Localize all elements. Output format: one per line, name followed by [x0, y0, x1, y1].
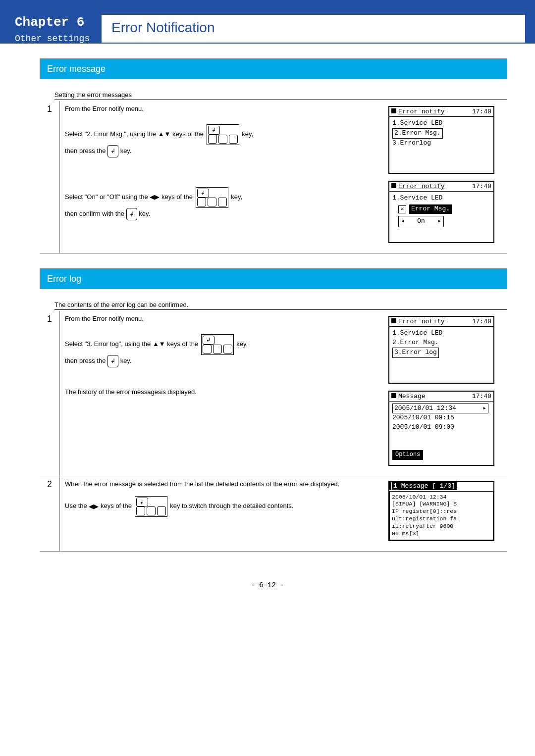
caption-error-log: The contents of the error log can be con…: [54, 301, 507, 310]
lcd-popup-title: Error Msg.: [409, 204, 452, 214]
lcd-screen-message-list: Message17:40 2005/10/01 12:34 ▸ 2005/10/…: [388, 391, 494, 466]
enter-key-icon: ↲: [107, 145, 118, 157]
lcd-time: 17:40: [472, 183, 491, 190]
navigation-key-icon: ↲: [196, 187, 228, 208]
lcd-screen-error-notify-menu: Error notify17:40 1.Service LED 2.Error …: [388, 106, 494, 174]
chapter-number: Chapter 6: [15, 15, 102, 30]
instruction-text: Select "3. Error log", using the: [65, 340, 153, 348]
lcd-time: 17:40: [472, 393, 491, 400]
lcd-time: 17:40: [472, 108, 491, 115]
navigation-key-icon: ↲: [135, 496, 167, 517]
page-title: Error Notification: [111, 20, 515, 36]
instruction-text: key.: [120, 147, 132, 154]
lcd-title: Error notify: [398, 108, 445, 115]
lcd-menu-item-selected: 3.Error log: [392, 348, 439, 358]
navigation-key-icon: ↲: [207, 124, 239, 145]
step-number: 2: [40, 476, 60, 552]
lcd-menu-item: 1.Service LED: [392, 194, 490, 203]
section-heading-error-log: Error log: [40, 268, 507, 289]
section-heading-error-message: Error message: [40, 58, 507, 79]
instruction-text: keys of the: [172, 130, 205, 138]
chapter-subtitle: Other settings: [15, 34, 102, 44]
lcd-menu-item-selected: 2.Error Msg.: [392, 128, 443, 139]
lcd-menu-item: 1.Service LED: [392, 329, 490, 338]
instruction-text: then press the: [65, 357, 107, 364]
step-number: 1: [40, 311, 60, 476]
info-icon: i: [391, 482, 399, 490]
instruction-text: keys of the: [161, 193, 194, 201]
lcd-title: Message: [398, 393, 426, 400]
instruction-text: key,: [236, 340, 248, 348]
instruction-text: keys of the: [167, 340, 200, 348]
instruction-text: Use the: [65, 503, 89, 510]
instruction-text: From the Error notify menu,: [65, 104, 378, 114]
instruction-text: key,: [231, 193, 242, 201]
lcd-screen-error-notify-menu: Error notify17:40 1.Service LED 2.Error …: [388, 316, 494, 384]
lcd-options-softkey: Options: [392, 450, 423, 459]
left-right-arrow-icon: ◀▶: [150, 192, 160, 202]
instruction-text: keys of the: [101, 503, 133, 510]
lcd-message-body: 2005/10/01 12:34 [SIPUA] [WARNING] S IP …: [389, 491, 493, 541]
close-icon: ✕: [398, 205, 406, 213]
lcd-page-indicator: [ 1/3]: [432, 482, 455, 490]
caption-setting-error-messages: Setting the error messages: [54, 91, 507, 100]
lcd-screen-error-msg-setting: Error notify17:40 1.Service LED ✕ Error …: [388, 181, 494, 244]
enter-key-icon: ↲: [107, 355, 118, 367]
instruction-text: then press the: [65, 147, 107, 154]
page-number: - 6-12 -: [0, 581, 535, 589]
lcd-title: Error notify: [398, 183, 445, 190]
instruction-text: When the error message is selected from …: [65, 479, 378, 490]
instruction-text: key,: [242, 130, 253, 138]
lcd-screen-message-detail: iMessage [ 1/3] 2005/10/01 12:34 [SIPUA]…: [388, 481, 494, 542]
lcd-time: 17:40: [472, 318, 491, 325]
instruction-text: key to switch through the detailed conte…: [170, 503, 293, 510]
enter-key-icon: ↲: [126, 208, 137, 220]
lcd-onoff-selector: ◂On▸: [398, 216, 444, 227]
step-number: 1: [40, 101, 60, 253]
lcd-menu-item: 1.Service LED: [392, 119, 490, 128]
left-right-arrow-icon: ◀▶: [89, 502, 99, 512]
up-down-arrow-icon: ▲▼: [158, 129, 171, 140]
instruction-text: Select "On" or "Off" using the: [65, 193, 150, 201]
instruction-text: key.: [139, 210, 150, 217]
lcd-list-item: 2005/10/01 09:15: [392, 413, 490, 423]
lcd-title: Error notify: [398, 318, 445, 325]
instruction-text: key.: [120, 357, 132, 364]
lcd-title: Message: [401, 482, 428, 490]
navigation-key-icon: ↲: [201, 334, 234, 355]
instruction-text: From the Error notify menu,: [65, 314, 378, 324]
instruction-text: then confirm with the: [65, 210, 126, 217]
lcd-menu-item: 2.Error Msg.: [392, 338, 490, 348]
instruction-text: The history of the error messagesis disp…: [65, 387, 378, 398]
instruction-text: Select "2. Error Msg.", using the: [65, 130, 158, 138]
lcd-menu-item: 3.Errorlog: [392, 139, 490, 148]
up-down-arrow-icon: ▲▼: [153, 339, 165, 350]
lcd-list-item-selected: 2005/10/01 12:34 ▸: [392, 403, 488, 414]
lcd-list-item: 2005/10/01 09:00: [392, 423, 490, 432]
